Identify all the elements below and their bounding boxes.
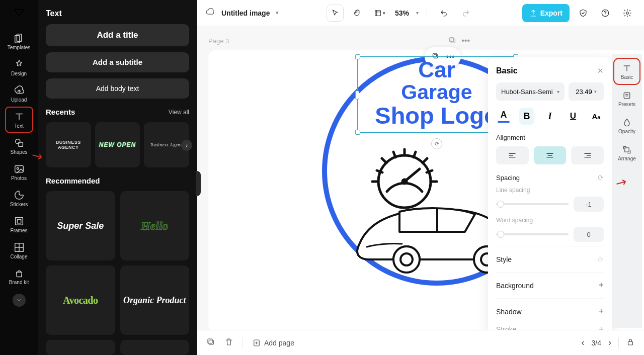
shadow-add-icon[interactable]: + xyxy=(598,306,604,317)
top-toolbar: Untitled image ▾ ▾ 53% ▾ Export xyxy=(197,0,644,26)
page-more-icon[interactable]: ••• xyxy=(461,36,470,46)
hand-tool[interactable] xyxy=(349,5,366,22)
recents-heading: Recents xyxy=(46,108,75,116)
svg-point-2 xyxy=(15,139,20,143)
nav-upload[interactable]: Upload xyxy=(5,80,33,107)
shadow-section[interactable]: Shadow xyxy=(496,308,522,316)
rec-tile-6[interactable] xyxy=(120,340,190,355)
text-color-button[interactable]: A xyxy=(496,108,511,125)
align-center[interactable] xyxy=(534,146,567,164)
add-page-button[interactable]: Add page xyxy=(252,338,294,347)
page-action-icons: ••• xyxy=(448,36,470,46)
rec-tile-4[interactable]: Organic Product xyxy=(120,265,190,335)
add-title-button[interactable]: Add a title xyxy=(46,24,189,46)
line-spacing-slider[interactable] xyxy=(496,203,569,205)
line-spacing-label: Line spacing xyxy=(496,187,604,194)
cloud-icon[interactable] xyxy=(205,7,215,19)
rec-tile-3[interactable]: Avocado xyxy=(46,265,115,335)
add-body-button[interactable]: Add body text xyxy=(46,78,189,99)
nav-design[interactable]: Design xyxy=(5,54,33,80)
zoom-level[interactable]: 53% xyxy=(393,9,411,17)
delete-icon[interactable] xyxy=(224,337,233,348)
page-label: Page 3 xyxy=(208,37,229,45)
svg-rect-36 xyxy=(625,147,629,151)
svg-point-21 xyxy=(403,180,407,184)
word-spacing-slider[interactable] xyxy=(496,233,569,235)
reset-spacing-icon[interactable]: ⟳ xyxy=(598,173,604,182)
export-button[interactable]: Export xyxy=(522,4,570,22)
bold-button[interactable]: B xyxy=(519,108,534,125)
nav-frames-label: Frames xyxy=(11,228,28,233)
align-left[interactable] xyxy=(496,146,529,164)
recent-thumb-1[interactable]: BUSINESS AGENCY xyxy=(46,122,91,167)
nav-frames[interactable]: Frames xyxy=(5,211,33,237)
nav-stickers[interactable]: Stickers xyxy=(5,185,33,211)
recents-next[interactable]: › xyxy=(181,140,192,151)
tab-basic[interactable]: Basic xyxy=(615,59,639,83)
prop-panel-title: Basic xyxy=(496,66,518,75)
tab-arrange[interactable]: Arrange xyxy=(615,141,639,165)
tab-opacity[interactable]: Opacity xyxy=(615,114,639,138)
tab-presets[interactable]: Presets xyxy=(615,86,639,111)
nav-brandkit[interactable]: Brand kit xyxy=(5,263,33,290)
settings-icon[interactable] xyxy=(619,5,636,22)
svg-rect-40 xyxy=(628,341,633,345)
nav-templates-label: Templates xyxy=(8,45,31,50)
redo-button[interactable] xyxy=(457,5,474,22)
font-family-select[interactable]: Hubot-Sans-Semi▾ xyxy=(496,82,565,101)
font-size-select[interactable]: 23.49▾ xyxy=(569,82,604,101)
lock-icon[interactable] xyxy=(626,337,635,348)
nav-brandkit-label: Brand kit xyxy=(9,280,29,285)
properties-panel: Basic ✕ Hubot-Sans-Semi▾ 23.49▾ A B I U … xyxy=(488,57,612,330)
stroke-add-icon[interactable]: + xyxy=(598,324,604,330)
page-counter: 3/4 xyxy=(592,339,601,347)
nav-design-label: Design xyxy=(11,71,27,76)
nav-shapes[interactable]: Shapes xyxy=(5,133,33,159)
undo-button[interactable] xyxy=(435,5,452,22)
close-icon[interactable]: ✕ xyxy=(597,66,604,75)
title-dropdown-icon[interactable]: ▾ xyxy=(276,10,279,16)
text-case-button[interactable]: Aa xyxy=(589,108,604,125)
prev-page-icon[interactable]: ‹ xyxy=(582,337,585,348)
background-section[interactable]: Background xyxy=(496,282,534,290)
nav-photos-label: Photos xyxy=(11,175,27,181)
left-nav-rail: Templates Design Upload Text Shapes Phot… xyxy=(0,0,38,355)
duplicate-page-icon[interactable] xyxy=(448,36,456,46)
svg-point-11 xyxy=(626,12,629,14)
next-page-icon[interactable]: › xyxy=(608,337,611,348)
recommended-heading: Recommended xyxy=(46,176,100,185)
zoom-caret-icon[interactable]: ▾ xyxy=(416,10,419,16)
italic-button[interactable]: I xyxy=(542,108,557,125)
right-tab-rail: Basic Presets Opacity Arrange xyxy=(612,54,642,328)
shield-icon[interactable] xyxy=(575,5,592,22)
recents-viewall[interactable]: View all xyxy=(169,109,189,116)
nav-text[interactable]: Text xyxy=(5,107,33,133)
nav-photos[interactable]: Photos xyxy=(5,159,33,185)
nav-more[interactable] xyxy=(13,294,26,307)
underline-button[interactable]: U xyxy=(566,108,581,125)
nav-templates[interactable]: Templates xyxy=(5,28,33,54)
rec-tile-5[interactable] xyxy=(46,340,115,355)
add-subtitle-button[interactable]: Add a subtitle xyxy=(46,52,189,72)
rec-tile-1[interactable]: Super Sale xyxy=(46,191,115,260)
style-section[interactable]: Style xyxy=(496,255,512,263)
recent-thumb-2[interactable]: NEW OPEN xyxy=(95,122,140,167)
svg-rect-13 xyxy=(450,38,454,42)
nav-collage-label: Collage xyxy=(11,254,28,259)
crop-tool[interactable]: ▾ xyxy=(371,5,388,22)
background-add-icon[interactable]: + xyxy=(598,280,604,291)
align-right[interactable] xyxy=(571,146,604,164)
app-logo[interactable] xyxy=(9,3,29,23)
nav-collage[interactable]: Collage xyxy=(5,237,33,263)
word-spacing-value[interactable]: 0 xyxy=(574,227,604,242)
line-spacing-value[interactable]: -1 xyxy=(574,197,604,212)
style-reset-icon[interactable]: ⟳ xyxy=(598,255,604,263)
svg-rect-38 xyxy=(208,339,212,343)
rec-tile-2[interactable]: Hello xyxy=(120,191,190,260)
help-icon[interactable] xyxy=(597,5,614,22)
canvas-viewport[interactable]: Page 3 ••• ••• Car Garage Shop Log xyxy=(197,26,644,330)
stroke-section[interactable]: Stroke xyxy=(496,325,516,330)
document-title[interactable]: Untitled image xyxy=(221,9,270,17)
cursor-tool[interactable] xyxy=(327,5,344,22)
layers-icon[interactable] xyxy=(206,337,215,348)
